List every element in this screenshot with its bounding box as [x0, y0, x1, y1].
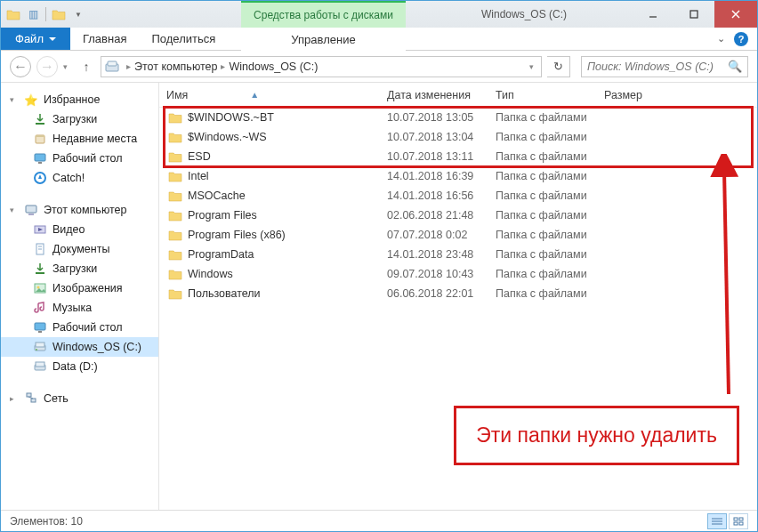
file-row[interactable]: MSOCache14.01.2018 16:56Папка с файлами	[159, 186, 757, 206]
breadcrumb-dropdown-icon[interactable]: ▾	[526, 62, 537, 71]
tab-home[interactable]: Главная	[70, 28, 139, 50]
file-type: Папка с файлами	[496, 229, 604, 241]
sidebar-favorites-header[interactable]: ▾ ⭐ Избранное	[1, 90, 158, 109]
details-view-button[interactable]	[707, 513, 727, 529]
chevron-down-icon[interactable]: ▾	[10, 206, 19, 214]
svg-rect-8	[36, 135, 44, 137]
desktop-icon	[33, 151, 47, 165]
computer-label: Этот компьютер	[44, 204, 126, 216]
file-row[interactable]: Пользователи06.06.2018 22:01Папка с файл…	[159, 284, 757, 303]
back-button[interactable]: ←	[10, 56, 31, 77]
file-row[interactable]: $Windows.~WS10.07.2018 13:04Папка с файл…	[159, 127, 757, 147]
file-row[interactable]: Program Files02.06.2018 21:48Папка с фай…	[159, 206, 757, 225]
column-type[interactable]: Тип	[496, 89, 604, 101]
sidebar-item[interactable]: Музыка	[1, 298, 158, 318]
navigation-pane: ▾ ⭐ Избранное ЗагрузкиНедавние местаРабо…	[1, 83, 159, 510]
sidebar-item[interactable]: Рабочий стол	[1, 318, 158, 337]
chevron-right-icon[interactable]: ▸	[126, 61, 131, 71]
sidebar-item-label: Data (D:)	[52, 360, 98, 373]
breadcrumb[interactable]: ▸ Этот компьютер ▸ Windows_OS (C:) ▾	[101, 56, 542, 77]
close-button[interactable]	[714, 1, 757, 28]
folder-icon	[168, 170, 182, 182]
chevron-down-icon[interactable]: ▾	[10, 95, 19, 104]
up-button[interactable]: ↑	[77, 58, 95, 76]
file-row[interactable]: ESD10.07.2018 13:11Папка с файлами	[159, 147, 757, 166]
sidebar-item[interactable]: Документы	[1, 239, 158, 259]
sidebar-network-header[interactable]: ▸ Сеть	[1, 389, 158, 408]
file-row[interactable]: $WINDOWS.~BT10.07.2018 13:05Папка с файл…	[159, 108, 757, 127]
docs-icon	[33, 242, 47, 256]
qat-dropdown-icon[interactable]: ▼	[71, 7, 85, 21]
chevron-right-icon[interactable]: ▸	[221, 61, 225, 71]
sidebar-item[interactable]: Изображения	[1, 278, 158, 298]
expand-ribbon-icon[interactable]: ⌄	[717, 33, 725, 44]
svg-point-20	[37, 286, 40, 289]
sidebar-item[interactable]: Видео	[1, 220, 158, 239]
sidebar-item-label: Загрузки	[52, 113, 97, 125]
icons-view-button[interactable]	[729, 513, 748, 529]
file-tab[interactable]: Файл	[1, 28, 70, 50]
properties-icon[interactable]: ▥	[26, 7, 40, 21]
folder-icon	[168, 150, 182, 163]
folder-icon	[168, 189, 182, 202]
search-box[interactable]: 🔍	[581, 56, 748, 77]
sidebar-item[interactable]: Catch!	[1, 168, 158, 188]
svg-rect-1	[690, 11, 698, 18]
folder-icon	[168, 111, 182, 124]
forward-button[interactable]: →	[36, 56, 58, 77]
file-date: 09.07.2018 10:43	[387, 268, 496, 280]
help-icon[interactable]: ?	[734, 32, 748, 46]
folder-icon	[168, 209, 182, 222]
refresh-button[interactable]: ↻	[547, 56, 570, 77]
sidebar-item[interactable]: Data (D:)	[1, 357, 158, 376]
file-type: Папка с файлами	[496, 287, 604, 300]
network-label: Сеть	[44, 392, 69, 405]
breadcrumb-drive[interactable]: Windows_OS (C:)	[229, 60, 318, 73]
file-type: Папка с файлами	[496, 150, 604, 163]
tab-share[interactable]: Поделиться	[139, 28, 228, 50]
sidebar-item[interactable]: Загрузки	[1, 259, 158, 278]
maximize-button[interactable]	[673, 1, 714, 28]
file-name: Intel	[188, 170, 209, 182]
history-dropdown-icon[interactable]: ▾	[63, 62, 72, 71]
file-row[interactable]: Intel14.01.2018 16:39Папка с файлами	[159, 166, 757, 186]
svg-rect-6	[36, 123, 44, 125]
file-date: 07.07.2018 0:02	[387, 229, 496, 241]
sidebar-item-label: Изображения	[52, 282, 123, 294]
file-date: 10.07.2018 13:05	[387, 111, 496, 124]
file-name: Windows	[188, 268, 233, 280]
minimize-button[interactable]	[633, 1, 673, 28]
search-input[interactable]	[587, 60, 728, 73]
breadcrumb-computer[interactable]: Этот компьютер	[134, 60, 217, 73]
search-icon[interactable]: 🔍	[728, 60, 742, 73]
sidebar-item[interactable]: Недавние места	[1, 129, 158, 149]
sidebar-item[interactable]: Рабочий стол	[1, 149, 158, 168]
sidebar-favorites: ▾ ⭐ Избранное ЗагрузкиНедавние местаРабо…	[1, 90, 158, 188]
sidebar-item-label: Загрузки	[52, 262, 97, 275]
sidebar-item-label: Музыка	[52, 302, 92, 314]
tab-manage[interactable]: Управление	[241, 28, 406, 51]
file-row[interactable]: Program Files (x86)07.07.2018 0:02Папка …	[159, 225, 757, 245]
svg-rect-37	[734, 522, 738, 525]
column-name[interactable]: Имя▲	[159, 89, 387, 101]
file-type: Папка с файлами	[496, 111, 604, 124]
new-folder-icon[interactable]	[52, 7, 66, 21]
folder-icon	[168, 268, 182, 280]
svg-rect-18	[36, 272, 44, 274]
file-row[interactable]: Windows09.07.2018 10:43Папка с файлами	[159, 264, 757, 284]
sidebar-item[interactable]: Загрузки	[1, 109, 158, 129]
sidebar-item-label: Рабочий стол	[52, 152, 122, 165]
sidebar-item[interactable]: Windows_OS (C:)	[1, 337, 158, 357]
window-title: Windows_OS (C:)	[481, 1, 567, 28]
column-size[interactable]: Размер	[604, 89, 675, 101]
file-type: Папка с файлами	[496, 131, 604, 143]
file-name: Program Files	[188, 209, 257, 222]
chevron-right-icon[interactable]: ▸	[10, 394, 19, 403]
column-date[interactable]: Дата изменения	[387, 89, 496, 101]
annotation-callout-text: Эти папки нужно удалить	[476, 423, 717, 448]
column-headers: Имя▲ Дата изменения Тип Размер	[159, 83, 757, 108]
file-row[interactable]: ProgramData14.01.2018 23:48Папка с файла…	[159, 245, 757, 264]
sidebar-item-label: Документы	[52, 243, 109, 255]
file-type: Папка с файлами	[496, 170, 604, 182]
sidebar-computer-header[interactable]: ▾ Этот компьютер	[1, 200, 158, 220]
